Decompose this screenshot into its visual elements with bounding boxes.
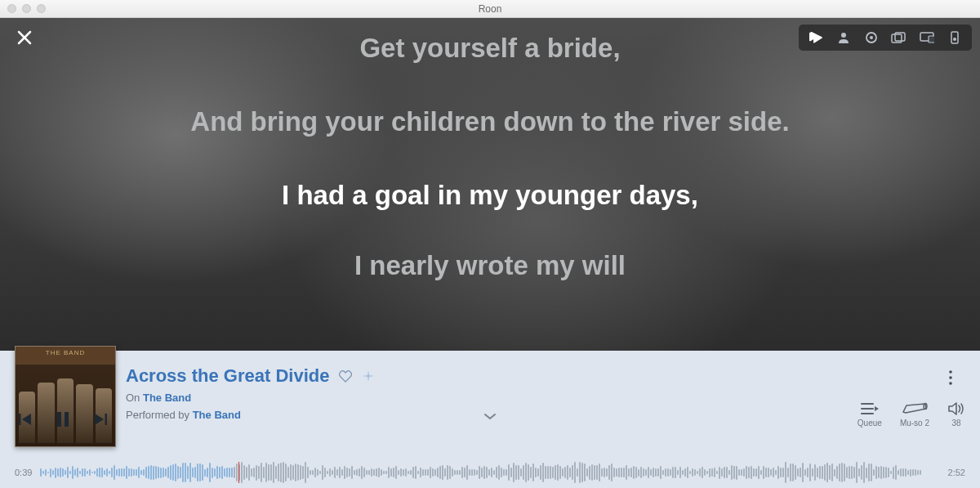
next-button[interactable]	[93, 413, 108, 426]
total-time: 2:52	[948, 468, 965, 477]
more-menu-button[interactable]	[949, 370, 964, 385]
svg-point-9	[949, 370, 952, 374]
progress-row: 0:39 2:52	[15, 462, 965, 483]
svg-rect-12	[19, 414, 21, 425]
favorite-icon[interactable]	[339, 370, 352, 383]
svg-point-11	[949, 382, 952, 385]
svg-rect-13	[57, 412, 61, 427]
transport-controls	[0, 410, 108, 428]
queue-label: Queue	[858, 419, 882, 428]
elapsed-time: 0:39	[15, 468, 32, 477]
zone-label: Mu-so 2	[900, 419, 929, 428]
pause-button[interactable]	[56, 411, 70, 428]
window-title: Roon	[0, 3, 980, 15]
svg-rect-14	[65, 412, 69, 427]
zone-button[interactable]: Mu-so 2	[900, 401, 929, 428]
on-prefix: On	[126, 392, 143, 404]
svg-rect-15	[105, 414, 108, 425]
volume-button[interactable]: 38	[947, 401, 965, 428]
window-titlebar: Roon	[0, 0, 980, 18]
lyric-line: Get yourself a bride,	[359, 33, 620, 64]
previous-button[interactable]	[18, 413, 33, 426]
expand-handle-icon[interactable]	[483, 411, 497, 421]
album-art-label: THE BAND	[16, 349, 115, 356]
zone-controls: Queue Mu-so 2 38	[858, 401, 965, 428]
album-line: On The Band	[126, 392, 375, 404]
waveform-seekbar[interactable]	[40, 463, 939, 481]
queue-button[interactable]: Queue	[858, 401, 882, 428]
lyric-line-current: I had a goal in my younger days,	[282, 180, 698, 211]
track-title[interactable]: Across the Great Divide	[126, 365, 329, 387]
volume-value: 38	[951, 419, 960, 428]
lyric-line: And bring your children down to the rive…	[190, 106, 789, 137]
now-playing-bar: THE BAND Across the Great Divide On The …	[0, 351, 980, 488]
lyrics-lines: Get yourself a bride, And bring your chi…	[0, 18, 980, 351]
lyrics-stage: Get yourself a bride, And bring your chi…	[0, 18, 980, 351]
album-link[interactable]: The Band	[143, 392, 191, 404]
svg-point-10	[949, 376, 952, 379]
focus-icon[interactable]	[362, 369, 375, 383]
lyric-line: I nearly wrote my will	[354, 250, 626, 281]
now-playing-info: THE BAND Across the Great Divide On The …	[0, 351, 980, 449]
playhead-cursor[interactable]	[238, 462, 239, 483]
